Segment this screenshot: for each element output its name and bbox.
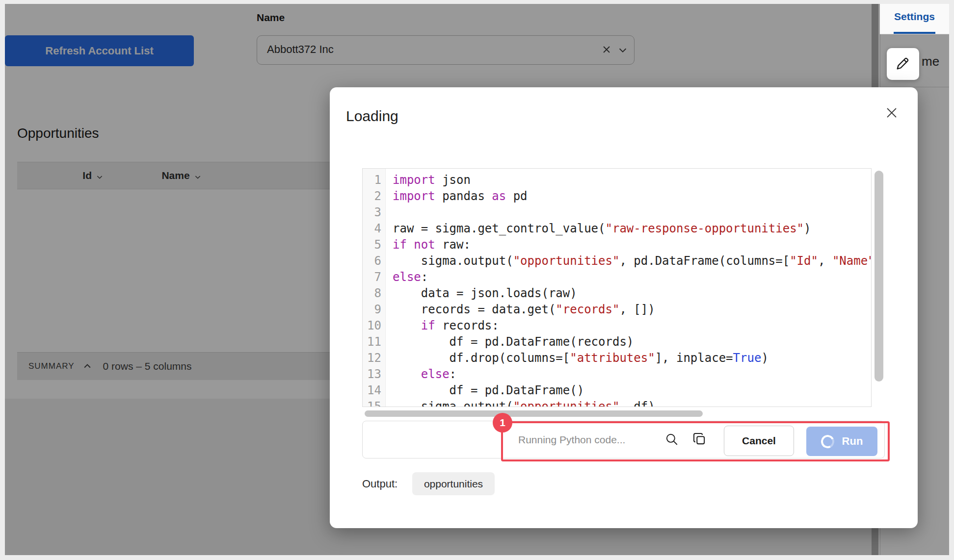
modal-title: Loading bbox=[346, 108, 398, 125]
cancel-button[interactable]: Cancel bbox=[724, 426, 794, 456]
output-label: Output: bbox=[362, 478, 398, 490]
settings-tab-indicator bbox=[894, 32, 935, 34]
run-button-label: Run bbox=[842, 435, 863, 448]
tutorial-step-badge: 1 bbox=[493, 413, 512, 433]
edit-pencil-button[interactable] bbox=[887, 48, 919, 80]
output-tag[interactable]: opportunities bbox=[412, 472, 495, 495]
loading-spinner-icon bbox=[819, 433, 836, 450]
pencil-icon bbox=[895, 55, 911, 73]
settings-tab-label: Settings bbox=[894, 11, 935, 23]
close-icon[interactable] bbox=[883, 105, 900, 122]
copy-icon[interactable] bbox=[692, 432, 708, 447]
run-button[interactable]: Run bbox=[806, 427, 877, 456]
loading-modal: Loading 123456789101112131415 import jso… bbox=[330, 87, 918, 528]
editor-horizontal-scrollbar[interactable] bbox=[365, 410, 703, 417]
editor-vertical-scrollbar[interactable] bbox=[874, 171, 883, 382]
settings-tab-spotlight[interactable]: Settings bbox=[880, 4, 949, 34]
code-editor[interactable]: 123456789101112131415 import jsonimport … bbox=[362, 168, 872, 407]
search-icon[interactable] bbox=[664, 432, 679, 447]
code-gutter: 123456789101112131415 bbox=[363, 169, 386, 407]
run-status-text: Running Python code... bbox=[518, 434, 625, 446]
code-lines[interactable]: import jsonimport pandas as pd raw = sig… bbox=[386, 169, 871, 407]
